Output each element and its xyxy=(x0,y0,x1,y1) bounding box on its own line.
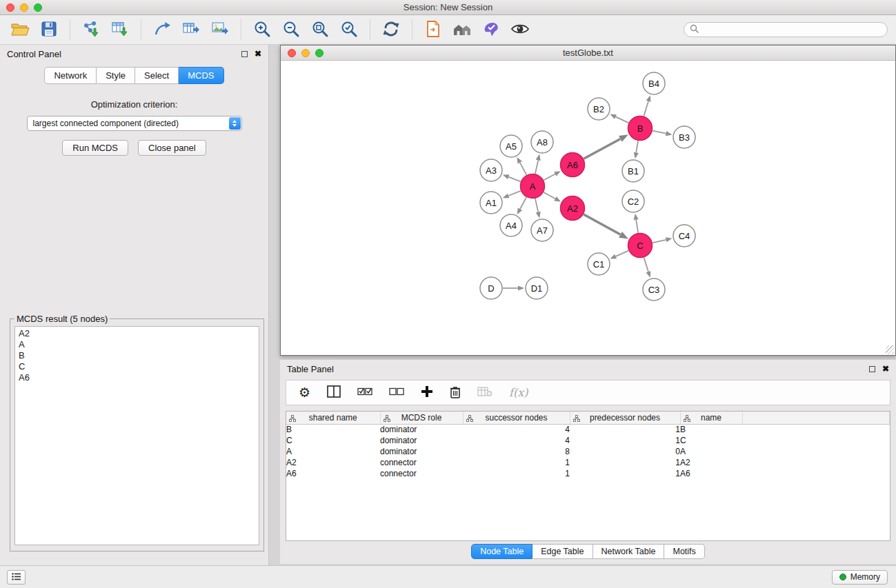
table-cell[interactable]: connector xyxy=(380,457,463,468)
result-item[interactable]: A2 xyxy=(19,328,255,339)
table-cell[interactable]: connector xyxy=(380,468,463,479)
table-cell[interactable]: 1 xyxy=(570,468,680,479)
result-item[interactable]: C xyxy=(19,361,255,372)
show-panel-button[interactable] xyxy=(7,570,26,585)
graph-node-B3[interactable]: B3 xyxy=(673,126,695,148)
column-header-shared-name[interactable]: shared name xyxy=(286,412,380,424)
table-cell[interactable]: 1 xyxy=(570,457,680,468)
graph-node-C[interactable]: C xyxy=(628,234,653,258)
export-network-button[interactable] xyxy=(148,17,177,43)
mcds-result-list[interactable]: A2ABCA6 xyxy=(14,326,259,545)
graph-edge-A-A2[interactable] xyxy=(544,192,555,199)
zoom-out-button[interactable] xyxy=(277,17,306,43)
graph-edge-C-C2[interactable] xyxy=(636,220,638,233)
close-panel-icon[interactable]: ✖ xyxy=(255,50,261,58)
graph-node-A3[interactable]: A3 xyxy=(480,159,502,181)
add-column-button[interactable] xyxy=(421,385,433,400)
graph-node-A6[interactable]: A6 xyxy=(561,153,585,177)
tab-select[interactable]: Select xyxy=(135,67,179,84)
table-cell[interactable]: 1 xyxy=(570,424,680,435)
zoom-fit-button[interactable] xyxy=(306,17,335,43)
tab-edge-table[interactable]: Edge Table xyxy=(532,544,593,559)
network-graph[interactable]: B4B2BB3A5A8A6B1A3AC2A1A2A4A7CC4C1C3DD1 xyxy=(281,61,895,355)
graph-edge-A-A7[interactable] xyxy=(535,199,538,212)
graph-node-C4[interactable]: C4 xyxy=(673,225,695,247)
delete-table-button[interactable] xyxy=(477,386,492,399)
graph-node-A1[interactable]: A1 xyxy=(480,192,502,214)
table-float-panel-icon[interactable] xyxy=(869,366,875,372)
result-item[interactable]: A6 xyxy=(19,372,255,383)
close-panel-button[interactable]: Close panel xyxy=(138,140,206,156)
table-cell[interactable]: A6 xyxy=(286,468,380,479)
table-cell[interactable]: dominator xyxy=(380,446,463,457)
graph-edge-A2-C[interactable] xyxy=(584,214,620,234)
table-cell[interactable]: A xyxy=(286,446,380,457)
table-cell[interactable]: 0 xyxy=(570,446,680,457)
graph-edge-A-A3[interactable] xyxy=(508,177,521,182)
table-cell[interactable]: 1 xyxy=(463,457,570,468)
search-input[interactable] xyxy=(702,25,882,34)
graph-node-C3[interactable]: C3 xyxy=(643,278,665,301)
table-cell[interactable]: B xyxy=(680,424,742,435)
column-header-successor-nodes[interactable]: successor nodes xyxy=(463,412,570,424)
table-cell[interactable]: 4 xyxy=(463,435,570,446)
search-box[interactable] xyxy=(684,22,888,37)
zoom-in-button[interactable] xyxy=(248,17,277,43)
function-builder-button[interactable]: f(x) xyxy=(509,386,528,399)
tab-mcds[interactable]: MCDS xyxy=(179,67,223,84)
column-visibility-button[interactable] xyxy=(327,385,341,400)
table-cell[interactable]: A2 xyxy=(680,457,742,468)
table-cell[interactable]: 1 xyxy=(463,468,570,479)
graph-node-C1[interactable]: C1 xyxy=(588,253,610,275)
graph-node-B4[interactable]: B4 xyxy=(643,72,665,94)
graph-node-B2[interactable]: B2 xyxy=(588,98,610,120)
graph-edge-C-C1[interactable] xyxy=(616,251,629,256)
open-session-button[interactable] xyxy=(6,17,34,43)
table-cell[interactable]: 1 xyxy=(570,435,680,446)
graph-node-D1[interactable]: D1 xyxy=(526,277,548,299)
window-resize-grip[interactable] xyxy=(886,345,895,354)
home-views-button[interactable] xyxy=(448,17,477,43)
memory-button[interactable]: Memory xyxy=(832,570,888,585)
show-hide-details-button[interactable] xyxy=(506,17,535,43)
graph-edge-B-B1[interactable] xyxy=(636,141,638,152)
table-close-panel-icon[interactable]: ✖ xyxy=(882,365,889,373)
graph-node-B1[interactable]: B1 xyxy=(622,160,644,182)
select-all-button[interactable] xyxy=(357,387,372,398)
table-cell[interactable]: 8 xyxy=(463,446,570,457)
graph-edge-B-B3[interactable] xyxy=(653,131,666,134)
graph-node-A2[interactable]: A2 xyxy=(561,196,585,221)
float-panel-icon[interactable] xyxy=(241,51,248,57)
deselect-all-button[interactable] xyxy=(389,387,404,398)
graph-node-B[interactable]: B xyxy=(628,116,653,141)
zoom-selected-button[interactable] xyxy=(335,17,364,43)
graph-edge-A-A6[interactable] xyxy=(544,174,555,180)
import-network-button[interactable] xyxy=(77,17,106,43)
graph-edge-A-A4[interactable] xyxy=(520,197,526,209)
delete-column-button[interactable] xyxy=(450,385,461,401)
graph-edge-A-A8[interactable] xyxy=(535,160,538,174)
graph-node-A5[interactable]: A5 xyxy=(500,135,522,157)
result-item[interactable]: B xyxy=(19,350,255,361)
validate-style-button[interactable] xyxy=(477,17,506,43)
column-header-predecessor-nodes[interactable]: predecessor nodes xyxy=(570,412,680,424)
result-item[interactable]: A xyxy=(19,339,255,350)
save-session-button[interactable] xyxy=(34,17,63,43)
graph-node-A7[interactable]: A7 xyxy=(531,219,553,241)
run-mcds-button[interactable]: Run MCDS xyxy=(62,140,128,156)
import-table-button[interactable] xyxy=(106,17,135,43)
table-cell[interactable]: dominator xyxy=(380,424,463,435)
tab-network[interactable]: Network xyxy=(44,67,97,84)
table-settings-button[interactable]: ⚙ xyxy=(299,386,310,399)
table-cell[interactable]: A2 xyxy=(286,457,380,468)
table-cell[interactable]: A xyxy=(680,446,742,457)
graph-edge-B-B4[interactable] xyxy=(644,101,648,116)
graph-node-C2[interactable]: C2 xyxy=(622,190,644,212)
export-table-button[interactable] xyxy=(177,17,206,43)
tab-network-table[interactable]: Network Table xyxy=(593,544,665,559)
table-cell[interactable]: 4 xyxy=(463,424,570,435)
graph-edge-B-B2[interactable] xyxy=(615,116,628,123)
graph-node-D[interactable]: D xyxy=(480,277,502,299)
graph-edge-A-A1[interactable] xyxy=(508,191,521,196)
network-canvas-area[interactable]: B4B2BB3A5A8A6B1A3AC2A1A2A4A7CC4C1C3DD1 xyxy=(281,61,895,355)
